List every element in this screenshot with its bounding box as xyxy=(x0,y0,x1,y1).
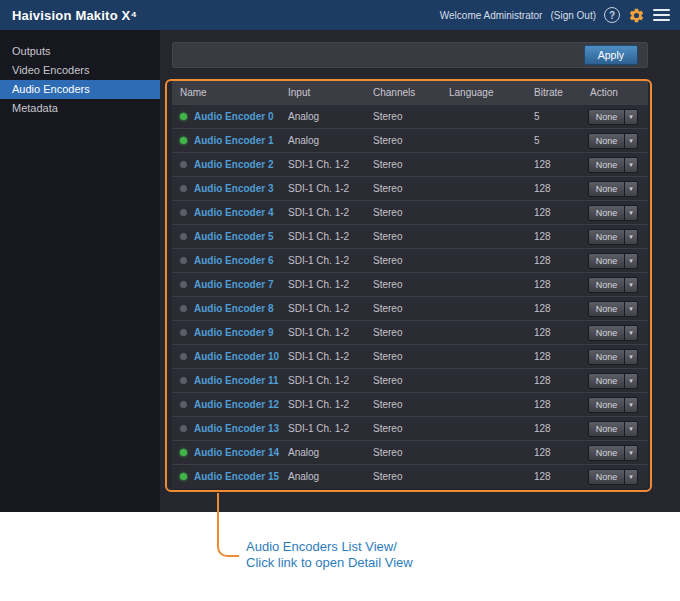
action-dropdown[interactable]: None▾ xyxy=(588,205,638,221)
action-cell: None▾ xyxy=(586,445,648,461)
name-cell: Audio Encoder 12 xyxy=(172,399,284,410)
action-dropdown[interactable]: None▾ xyxy=(588,349,638,365)
action-dropdown[interactable]: None▾ xyxy=(588,301,638,317)
input-cell: SDI-1 Ch. 1-2 xyxy=(284,399,369,410)
chevron-down-icon: ▾ xyxy=(624,398,637,412)
encoder-detail-link[interactable]: Audio Encoder 6 xyxy=(194,255,273,266)
input-cell: SDI-1 Ch. 1-2 xyxy=(284,279,369,290)
name-cell: Audio Encoder 10 xyxy=(172,351,284,362)
action-dropdown-label: None xyxy=(589,278,624,292)
sidebar-item-audio-encoders[interactable]: Audio Encoders xyxy=(0,80,160,99)
action-dropdown[interactable]: None▾ xyxy=(588,229,638,245)
encoder-detail-link[interactable]: Audio Encoder 11 xyxy=(194,375,278,386)
name-cell: Audio Encoder 3 xyxy=(172,183,284,194)
apply-button[interactable]: Apply xyxy=(584,45,638,65)
action-dropdown[interactable]: None▾ xyxy=(588,253,638,269)
action-dropdown[interactable]: None▾ xyxy=(588,373,638,389)
status-dot-gray xyxy=(180,353,187,360)
status-dot-green xyxy=(180,113,187,120)
encoder-detail-link[interactable]: Audio Encoder 2 xyxy=(194,159,273,170)
action-dropdown[interactable]: None▾ xyxy=(588,325,638,341)
action-dropdown[interactable]: None▾ xyxy=(588,445,638,461)
action-dropdown-label: None xyxy=(589,254,624,268)
table-row: Audio Encoder 7SDI-1 Ch. 1-2Stereo128Non… xyxy=(172,272,648,296)
chevron-down-icon: ▾ xyxy=(624,374,637,388)
name-cell: Audio Encoder 8 xyxy=(172,303,284,314)
input-cell: SDI-1 Ch. 1-2 xyxy=(284,255,369,266)
sidebar-item-video-encoders[interactable]: Video Encoders xyxy=(0,61,160,80)
input-cell: SDI-1 Ch. 1-2 xyxy=(284,327,369,338)
name-cell: Audio Encoder 11 xyxy=(172,375,284,386)
channels-cell: Stereo xyxy=(369,279,445,290)
channels-cell: Stereo xyxy=(369,159,445,170)
annotation-caption-line2: Click link to open Detail View xyxy=(246,555,413,571)
channels-cell: Stereo xyxy=(369,207,445,218)
action-dropdown[interactable]: None▾ xyxy=(588,421,638,437)
input-cell: SDI-1 Ch. 1-2 xyxy=(284,183,369,194)
encoder-detail-link[interactable]: Audio Encoder 4 xyxy=(194,207,273,218)
encoder-detail-link[interactable]: Audio Encoder 8 xyxy=(194,303,273,314)
action-cell: None▾ xyxy=(586,253,648,269)
encoder-detail-link[interactable]: Audio Encoder 14 xyxy=(194,447,279,458)
action-dropdown-label: None xyxy=(589,206,624,220)
status-dot-green xyxy=(180,137,187,144)
channels-cell: Stereo xyxy=(369,255,445,266)
encoder-detail-link[interactable]: Audio Encoder 10 xyxy=(194,351,279,362)
action-dropdown[interactable]: None▾ xyxy=(588,157,638,173)
bitrate-cell: 128 xyxy=(530,303,586,314)
table-row: Audio Encoder 14AnalogStereo128None▾ xyxy=(172,440,648,464)
action-dropdown[interactable]: None▾ xyxy=(588,133,638,149)
encoder-detail-link[interactable]: Audio Encoder 13 xyxy=(194,423,279,434)
action-dropdown[interactable]: None▾ xyxy=(588,277,638,293)
status-dot-gray xyxy=(180,377,187,384)
action-cell: None▾ xyxy=(586,325,648,341)
encoder-detail-link[interactable]: Audio Encoder 1 xyxy=(194,135,273,146)
audio-encoders-table: NameInputChannelsLanguageBitrateAction A… xyxy=(172,80,648,488)
encoder-detail-link[interactable]: Audio Encoder 12 xyxy=(194,399,279,410)
table-row: Audio Encoder 12SDI-1 Ch. 1-2Stereo128No… xyxy=(172,392,648,416)
bitrate-cell: 128 xyxy=(530,399,586,410)
channels-cell: Stereo xyxy=(369,471,445,482)
menu-icon[interactable] xyxy=(653,9,670,21)
bitrate-cell: 128 xyxy=(530,231,586,242)
table-row: Audio Encoder 5SDI-1 Ch. 1-2Stereo128Non… xyxy=(172,224,648,248)
action-dropdown-label: None xyxy=(589,230,624,244)
encoder-detail-link[interactable]: Audio Encoder 15 xyxy=(194,471,279,482)
sidebar-item-metadata[interactable]: Metadata xyxy=(0,99,160,118)
action-cell: None▾ xyxy=(586,349,648,365)
table-row: Audio Encoder 6SDI-1 Ch. 1-2Stereo128Non… xyxy=(172,248,648,272)
annotation-caption-line1: Audio Encoders List View/ xyxy=(246,539,413,555)
action-dropdown[interactable]: None▾ xyxy=(588,397,638,413)
sign-out-link[interactable]: (Sign Out) xyxy=(550,10,596,21)
brand-logo: Haivision Makito X⁴ xyxy=(12,8,137,23)
encoder-detail-link[interactable]: Audio Encoder 5 xyxy=(194,231,273,242)
name-cell: Audio Encoder 5 xyxy=(172,231,284,242)
status-dot-gray xyxy=(180,305,187,312)
sidebar-item-outputs[interactable]: Outputs xyxy=(0,42,160,61)
table-row: Audio Encoder 10SDI-1 Ch. 1-2Stereo128No… xyxy=(172,344,648,368)
column-header-name: Name xyxy=(172,87,284,98)
encoder-detail-link[interactable]: Audio Encoder 9 xyxy=(194,327,273,338)
encoder-detail-link[interactable]: Audio Encoder 7 xyxy=(194,279,273,290)
chevron-down-icon: ▾ xyxy=(624,158,637,172)
action-dropdown[interactable]: None▾ xyxy=(588,469,638,485)
encoder-detail-link[interactable]: Audio Encoder 0 xyxy=(194,111,273,122)
action-cell: None▾ xyxy=(586,421,648,437)
settings-gear-icon[interactable] xyxy=(628,7,645,24)
channels-cell: Stereo xyxy=(369,399,445,410)
chevron-down-icon: ▾ xyxy=(624,134,637,148)
action-dropdown-label: None xyxy=(589,422,624,436)
chevron-down-icon: ▾ xyxy=(624,422,637,436)
bitrate-cell: 128 xyxy=(530,471,586,482)
column-header-bitrate: Bitrate xyxy=(530,87,586,98)
table-row: Audio Encoder 8SDI-1 Ch. 1-2Stereo128Non… xyxy=(172,296,648,320)
bitrate-cell: 128 xyxy=(530,351,586,362)
header-actions: Welcome Administrator (Sign Out) ? xyxy=(440,7,670,24)
chevron-down-icon: ▾ xyxy=(624,446,637,460)
action-dropdown[interactable]: None▾ xyxy=(588,109,638,125)
action-dropdown[interactable]: None▾ xyxy=(588,181,638,197)
encoder-detail-link[interactable]: Audio Encoder 3 xyxy=(194,183,273,194)
name-cell: Audio Encoder 7 xyxy=(172,279,284,290)
chevron-down-icon: ▾ xyxy=(624,182,637,196)
help-icon[interactable]: ? xyxy=(604,7,620,23)
